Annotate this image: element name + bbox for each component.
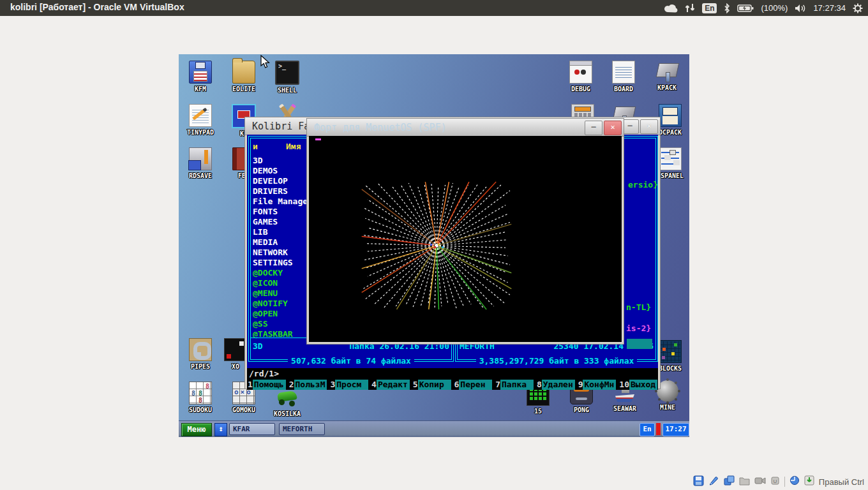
- fkey-3[interactable]: 3Просм: [330, 380, 368, 390]
- desktop-icon-kpack[interactable]: KPACK: [649, 61, 685, 91]
- weather-cloud-icon[interactable]: [664, 4, 678, 13]
- fkey-number: 1: [248, 380, 253, 390]
- display-capture-icon[interactable]: [754, 476, 766, 487]
- network-adapters-icon[interactable]: [724, 475, 735, 489]
- spf-close-button[interactable]: ✕: [604, 121, 622, 135]
- task-button-kfar[interactable]: KFAR: [229, 423, 275, 435]
- desktop-icon-kosilka[interactable]: KOSILKA: [269, 387, 305, 417]
- desktop-icon-label: SEAWAR: [607, 405, 643, 412]
- optical-disc-icon[interactable]: [708, 475, 719, 489]
- spf-minimize-button[interactable]: –: [585, 121, 602, 135]
- menu-button[interactable]: Меню: [181, 423, 212, 436]
- ocpack-icon: [659, 104, 682, 127]
- far-function-key-bar: 1Помощь2ПользМ3Просм4Редакт5Копир6Перен7…: [247, 380, 658, 390]
- guest-screen: KFMEOLITESHELLDEBUGBOARDKPACKTINYPADKFOC…: [179, 54, 689, 437]
- kosilka-icon: [276, 387, 298, 408]
- usb-icon[interactable]: U: [770, 476, 780, 488]
- far-command-line[interactable]: /rd/1>: [247, 369, 658, 379]
- desktop-icon-pipes[interactable]: PIPES: [183, 338, 218, 370]
- minimize-all-button[interactable]: ↕: [214, 423, 227, 436]
- desktop-icon-shell[interactable]: SHELL: [269, 61, 305, 94]
- far-close-button[interactable]: ✕: [640, 119, 658, 134]
- desktop-icon-tinypad[interactable]: TINYPAD: [183, 104, 218, 136]
- xonix-icon: [224, 338, 247, 361]
- far-right-total: 3,385,297,729 байт в 333 файлах: [456, 354, 657, 366]
- volume-icon[interactable]: [795, 4, 806, 13]
- host-key-label: Правый Ctrl: [819, 477, 864, 487]
- network-updown-icon[interactable]: [685, 3, 695, 13]
- host-tray: En (100%) 17:27:34: [664, 0, 863, 16]
- kpack-icon: [656, 61, 678, 82]
- desktop-icon-label: RDSAVE: [183, 172, 218, 179]
- bluetooth-icon[interactable]: [724, 3, 730, 13]
- spf-window[interactable]: Форт для MenuetOS (SPF) – ✕: [306, 118, 624, 345]
- fkey-label: Просм: [335, 380, 368, 390]
- fkey-1[interactable]: 1Помощь: [248, 380, 286, 390]
- desktop-icon-label: 15: [520, 408, 556, 415]
- fkey-9[interactable]: 9КонфМн: [578, 380, 617, 390]
- shared-folders-icon[interactable]: [739, 476, 750, 488]
- desktop-icon-label: SUDOKU: [183, 406, 218, 413]
- debug-icon: [569, 61, 592, 84]
- desktop-icon-board[interactable]: BOARD: [606, 61, 641, 93]
- host-clock[interactable]: 17:27:34: [813, 3, 846, 13]
- keyboard-capture-icon[interactable]: [804, 475, 814, 488]
- selected-item-name: 3D: [253, 341, 263, 351]
- window-title: kolibri [Работает] - Oracle VM VirtualBo…: [10, 2, 184, 12]
- fkey-label: Выход: [629, 380, 657, 390]
- host-language-indicator[interactable]: En: [702, 3, 717, 13]
- spf-content: [309, 136, 622, 342]
- desktop-icon-kfm[interactable]: KFM: [183, 61, 218, 93]
- fkey-number: 6: [454, 380, 460, 390]
- task-button-meforth[interactable]: MEFORTH: [279, 423, 325, 435]
- fkey-5[interactable]: 5Копир: [413, 380, 451, 390]
- desktop-icon-label: KOSILKA: [269, 410, 305, 417]
- desktop-icon-rdsave[interactable]: RDSAVE: [183, 147, 218, 179]
- mouse-integration-icon[interactable]: [789, 475, 800, 488]
- fkey-6[interactable]: 6Перен: [454, 380, 493, 390]
- right-panel-filename-fragment: n-TL}: [626, 302, 651, 312]
- spanel-icon: [659, 147, 682, 170]
- spf-text-cursor: [315, 138, 321, 140]
- fkey-label: Удален: [542, 380, 575, 390]
- battery-icon[interactable]: [737, 4, 754, 13]
- fkey-label: Копир: [418, 380, 451, 390]
- board-icon: [612, 61, 635, 84]
- terminal-icon: [275, 61, 299, 85]
- sudoku-icon: [189, 382, 212, 405]
- right-panel-filename-fragment: is-2}: [626, 323, 651, 333]
- guest-clock[interactable]: 17:27: [662, 423, 689, 436]
- fkey-label: Редакт: [377, 380, 410, 390]
- fkey-4[interactable]: 4Редакт: [371, 380, 410, 390]
- hdd-icon[interactable]: [693, 475, 704, 489]
- desktop-icon-label: PONG: [564, 406, 599, 413]
- desktop-icon-label: KFM: [183, 85, 218, 93]
- desktop-icon-eolite[interactable]: EOLITE: [226, 61, 262, 93]
- right-panel-selection-bar: [627, 339, 652, 349]
- fkey-8[interactable]: 8Удален: [537, 380, 575, 390]
- fkey-number: 9: [578, 380, 583, 390]
- desktop-icon-label: TINYPAD: [183, 129, 218, 136]
- desktop-icon-label: KPACK: [649, 84, 685, 91]
- vbox-statusbar: U Правый Ctrl: [693, 475, 864, 488]
- host-screen: kolibri [Работает] - Oracle VM VirtualBo…: [0, 0, 868, 490]
- fkey-label: ПользМ: [294, 380, 327, 390]
- fkey-label: Перен: [459, 380, 492, 390]
- fkey-7[interactable]: 7Папка: [495, 380, 534, 390]
- spf-titlebar[interactable]: Форт для MenuetOS (SPF) – ✕: [307, 119, 624, 137]
- desktop-icon-sudoku[interactable]: SUDOKU: [183, 382, 218, 413]
- folder-icon: [232, 61, 255, 84]
- desktop-icon-label: SHELL: [269, 87, 305, 94]
- fkey-number: 10: [619, 380, 629, 390]
- fkey-label: Папка: [500, 380, 534, 390]
- desktop-icon-debug[interactable]: DEBUG: [563, 61, 599, 93]
- fkey-10[interactable]: 10Выход: [619, 380, 657, 390]
- fkey-2[interactable]: 2ПользМ: [289, 380, 327, 390]
- desktop-icon-label: MINE: [650, 404, 685, 411]
- fkey-number: 4: [371, 380, 377, 390]
- desktop-icon-label: BOARD: [606, 85, 641, 93]
- floppy-icon: [189, 61, 212, 84]
- gear-icon[interactable]: [853, 3, 863, 13]
- fkey-number: 8: [537, 380, 542, 390]
- guest-language-indicator[interactable]: En: [640, 423, 655, 436]
